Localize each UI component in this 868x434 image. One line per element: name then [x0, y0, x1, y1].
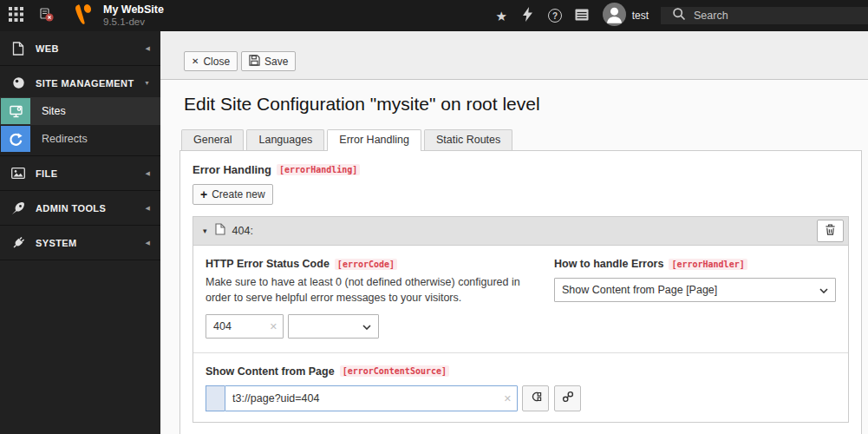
image-icon — [10, 168, 26, 179]
chevron-down-icon — [362, 320, 371, 332]
sidebar-section-admin-tools[interactable]: ADMIN TOOLS ◀ — [0, 194, 160, 222]
sidebar-section-system[interactable]: SYSTEM ◀ — [0, 228, 160, 257]
sites-module-icon — [1, 98, 30, 124]
section-divider — [193, 352, 848, 353]
create-new-button[interactable]: + Create new — [193, 184, 273, 205]
sidebar-item-label: Redirects — [42, 133, 88, 145]
error-code-select[interactable] — [288, 314, 379, 339]
error-handling-item-panel: ▾ 404: — [193, 216, 849, 423]
input-status-segment[interactable] — [206, 385, 225, 411]
error-content-source-input[interactable] — [225, 385, 518, 411]
grid-icon — [9, 7, 23, 24]
help-button[interactable]: ? — [542, 9, 569, 23]
clear-cache-button[interactable] — [515, 7, 542, 24]
chevron-left-icon: ◀ — [146, 45, 150, 52]
rocket-icon — [10, 201, 26, 215]
delete-button[interactable] — [817, 220, 844, 242]
question-mark-icon: ? — [548, 9, 562, 23]
field-label: Show Content from Page — [206, 365, 335, 378]
page-title: Edit Site Configuration "mysite" on root… — [184, 94, 862, 115]
sidebar-separator — [0, 260, 160, 260]
module-body: ✕ Close Save Edit Site Configuration — [160, 31, 868, 434]
field-label: How to handle Errors — [554, 258, 663, 270]
sidebar-section-file[interactable]: FILE ◀ — [0, 159, 160, 187]
sidebar-item-label: Sites — [42, 105, 66, 117]
brand-text: My WebSite 9.5.1-dev — [103, 3, 164, 29]
field-key-badge: [errorContentSource] — [340, 365, 449, 377]
item-panel-label: 404: — [232, 225, 253, 237]
close-button-label: Close — [203, 56, 230, 68]
sidebar-section-label: ADMIN TOOLS — [36, 203, 106, 214]
chevron-left-icon: ◀ — [146, 205, 150, 212]
brand[interactable]: My WebSite 9.5.1-dev — [62, 0, 173, 31]
globe-icon — [10, 76, 26, 89]
sidebar-section-site-management[interactable]: SITE MANAGEMENT ▼ — [0, 69, 160, 97]
plug-icon — [10, 236, 26, 250]
top-bar-tools: ★ ? — [488, 0, 868, 31]
link-icon — [562, 391, 574, 405]
sidebar-section-label: SITE MANAGEMENT — [36, 78, 134, 89]
section-header: Error Handling [errorHandling] — [193, 163, 849, 176]
caret-down-icon: ▾ — [203, 227, 207, 235]
field-key-badge: [errorHandling] — [277, 164, 360, 175]
typo3-version: 9.5.1-dev — [103, 16, 164, 29]
bookmarks-button[interactable]: ★ — [488, 10, 515, 23]
tab-bar: General Languages Error Handling Static … — [181, 129, 862, 150]
field-key-badge: [errorCode] — [335, 259, 397, 270]
chevron-down-icon — [819, 284, 828, 296]
chevron-left-icon: ◀ — [146, 170, 150, 177]
top-bar: My WebSite 9.5.1-dev ★ ? — [0, 0, 868, 31]
error-content-source-field: Show Content from Page [errorContentSour… — [206, 365, 836, 411]
system-information-button[interactable] — [569, 9, 596, 23]
open-documents-button[interactable] — [31, 0, 62, 31]
typo3-backend: My WebSite 9.5.1-dev ★ ? — [0, 0, 868, 434]
close-icon: ✕ — [192, 56, 199, 66]
star-icon: ★ — [495, 10, 506, 23]
sidebar-separator — [0, 155, 160, 156]
error-handler-select[interactable]: Show Content from Page [Page] — [554, 278, 836, 302]
site-title: My WebSite — [103, 3, 164, 16]
plus-icon: + — [200, 188, 207, 201]
error-code-field: HTTP Error Status Code [errorCode] Make … — [206, 258, 532, 339]
link-browser-button[interactable] — [554, 385, 581, 411]
document-icon — [10, 42, 26, 56]
sidebar-separator — [0, 190, 160, 191]
field-label: HTTP Error Status Code — [206, 258, 330, 270]
search-input[interactable] — [694, 10, 815, 22]
module-menu-toggle-button[interactable] — [0, 0, 31, 31]
save-button[interactable]: Save — [241, 51, 296, 71]
item-panel-body: HTTP Error Status Code [errorCode] Make … — [193, 246, 848, 422]
item-panel-header[interactable]: ▾ 404: — [193, 217, 848, 246]
sidebar-item-sites[interactable]: Sites — [0, 97, 160, 125]
tab-languages[interactable]: Languages — [246, 129, 324, 150]
tab-static-routes[interactable]: Static Routes — [424, 129, 512, 150]
module-content: Edit Site Configuration "mysite" on root… — [160, 80, 868, 434]
avatar — [603, 3, 626, 30]
frame: WEB ◀ SITE MANAGEMENT ▼ — [0, 31, 868, 434]
section-title: Error Handling — [193, 163, 271, 176]
tab-error-handling[interactable]: Error Handling — [327, 129, 421, 151]
open-documents-close-icon — [39, 7, 55, 25]
close-button[interactable]: ✕ Close — [184, 51, 238, 71]
tab-content-panel: Error Handling [errorHandling] + Create … — [179, 150, 862, 434]
insert-record-icon — [530, 391, 542, 405]
sidebar-separator — [0, 225, 160, 226]
user-menu[interactable]: test — [596, 3, 661, 30]
typo3-logo-icon — [71, 2, 96, 30]
sidebar-section-label: FILE — [36, 168, 57, 179]
select-value: Show Content from Page [Page] — [562, 284, 717, 296]
chevron-left-icon: ◀ — [146, 240, 150, 247]
field-key-badge: [errorHandler] — [669, 259, 747, 270]
page-file-icon — [215, 223, 225, 239]
toolbar-search[interactable] — [661, 7, 868, 24]
clear-icon[interactable]: ✕ — [270, 321, 277, 331]
sidebar-separator — [0, 65, 160, 66]
tab-general[interactable]: General — [181, 129, 244, 150]
record-browser-button[interactable] — [522, 385, 549, 411]
clear-icon[interactable]: ✕ — [504, 393, 512, 403]
sidebar-item-redirects[interactable]: Redirects — [0, 125, 160, 153]
trash-icon — [825, 223, 836, 239]
save-button-label: Save — [264, 56, 288, 68]
sidebar-section-web[interactable]: WEB ◀ — [0, 34, 160, 62]
doc-header: ✕ Close Save — [160, 31, 868, 80]
